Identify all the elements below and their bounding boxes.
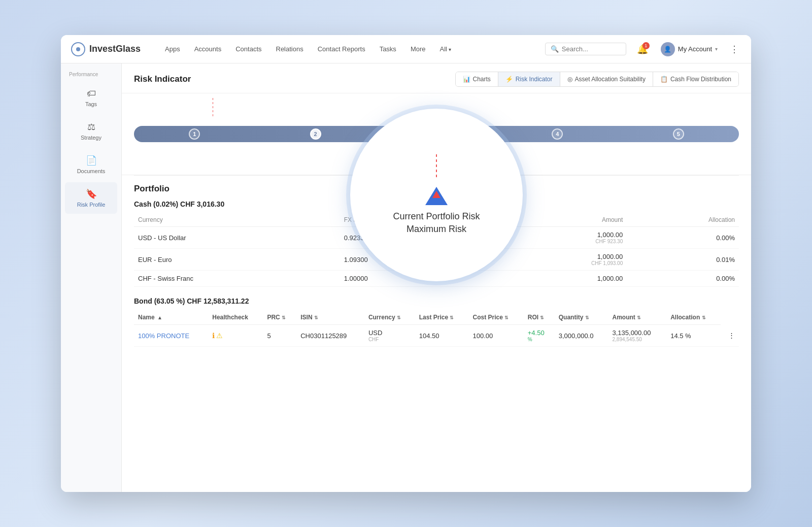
cash-currency-2: CHF - Swiss Franc [134,271,340,287]
sort-icon-quantity[interactable]: ⇅ [585,315,589,320]
bond-col-amount: Amount ⇅ [608,310,666,325]
nav-filter[interactable]: All [434,42,457,56]
risk-segment-5: 5 [618,126,739,142]
magnify-label: Current Portfolio Risk Maximum Risk [393,210,480,236]
bond-amount-0: 3,135,000.00 2,894,545.50 [608,325,666,347]
bond-col-quantity: Quantity ⇅ [555,310,608,325]
main-area: Performance 🏷 Tags ⚖ Strategy 📄 Document… [61,63,751,492]
sidebar: Performance 🏷 Tags ⚖ Strategy 📄 Document… [61,63,122,492]
tags-icon: 🏷 [87,88,96,99]
row-actions-0[interactable]: ⋮ [721,325,739,347]
bond-name-0: 100% PRONOTE [134,325,208,347]
logo[interactable]: InvestGlass [71,42,141,56]
search-input[interactable] [562,45,621,53]
cash-col-allocation: Allocation [627,213,739,227]
nav-contact-reports[interactable]: Contact Reports [312,42,371,56]
cash-allocation-1: 0.01% [627,249,739,271]
content: Risk Indicator 📊 Charts ⚡ Risk Indicator… [122,63,751,492]
nav-more[interactable]: More [404,42,432,56]
sidebar-item-documents[interactable]: 📄 Documents [65,149,117,180]
logo-icon [71,42,85,56]
bond-col-allocation: Allocation ⇅ [666,310,721,325]
bond-isin-0: CH0301125289 [296,325,364,347]
risk-segment-num-1: 1 [189,128,200,140]
sort-icon-isin[interactable]: ⇅ [314,315,318,320]
bond-quantity-0: 3,000,000.0 [555,325,608,347]
risk-profile-icon: 🔖 [86,188,97,200]
strategy-icon: ⚖ [87,121,95,133]
bond-col-prc: PRC ⇅ [263,310,296,325]
risk-segment-num-2: 2 [310,128,321,140]
bond-currency-0: USD CHF [364,325,415,347]
my-account[interactable]: 👤 My Account ▾ [657,40,722,58]
sort-icon-currency[interactable]: ⇅ [397,315,401,320]
sort-icon-cost-price[interactable]: ⇅ [504,315,509,320]
sidebar-item-tags[interactable]: 🏷 Tags [65,82,117,113]
bond-cost-price-0: 100.00 [469,325,524,347]
cash-flow-icon: 📋 [660,76,668,83]
sidebar-item-strategy[interactable]: ⚖ Strategy [65,115,117,147]
sidebar-item-risk-profile[interactable]: 🔖 Risk Profile [65,182,117,214]
cash-currency-1: EUR - Euro [134,249,340,271]
warning-circle-icon: ℹ [212,332,215,340]
tab-cash-flow[interactable]: 📋 Cash Flow Distribution [653,72,738,86]
risk-indicator-title: Risk Indicator [134,74,191,84]
bond-col-currency: Currency ⇅ [364,310,415,325]
search-box: 🔍 [545,43,626,55]
risk-segment-num-4: 4 [552,128,563,140]
tab-charts[interactable]: 📊 Charts [456,72,498,86]
nav-accounts[interactable]: Accounts [188,42,227,56]
notification-badge: 1 [642,42,650,49]
nav-apps[interactable]: Apps [159,42,186,56]
nav-tasks[interactable]: Tasks [374,42,402,56]
search-icon: 🔍 [551,45,559,53]
bond-col-roi: ROI ⇅ [524,310,555,325]
sort-icon-roi[interactable]: ⇅ [540,315,544,320]
risk-segment-1: 1 [134,126,255,142]
risk-indicator-tab-icon: ⚡ [505,76,513,83]
healthcheck-icons: ℹ ⚠ [212,332,259,340]
sidebar-item-risk-profile-label: Risk Profile [77,202,106,208]
bond-group-title: Bond (63.05 %) CHF 12,583,311.22 [134,297,739,305]
sidebar-item-strategy-label: Strategy [81,135,101,141]
risk-indicator-tabs: 📊 Charts ⚡ Risk Indicator ◎ Asset Alloca… [455,72,739,87]
bond-allocation-0: 14.5 % [666,325,721,347]
sort-icon-prc[interactable]: ⇅ [282,315,286,320]
sidebar-section-label: Performance [61,72,121,81]
tab-asset-allocation[interactable]: ◎ Asset Allocation Suitability [560,72,653,86]
bond-prc-0: 5 [263,325,296,347]
kebab-menu-icon[interactable]: ⋮ [728,44,741,55]
cash-allocation-2: 0.00% [627,271,739,287]
bond-col-isin: ISIN ⇅ [296,310,364,325]
bond-col-cost-price: Cost Price ⇅ [469,310,524,325]
nav-relations[interactable]: Relations [270,42,310,56]
nav-contacts[interactable]: Contacts [229,42,267,56]
table-row: 100% PRONOTE ℹ ⚠ 5 CH0301125289 [134,325,739,347]
nav-right: 🔔 1 👤 My Account ▾ ⋮ [634,40,741,58]
sort-icon-allocation[interactable]: ⇅ [702,315,706,320]
risk-pointer-line [213,98,214,118]
bond-col-healthcheck: Healthcheck [208,310,263,325]
bond-roi-0: +4.50 % [524,325,555,347]
documents-icon: 📄 [86,155,97,166]
sidebar-item-documents-label: Documents [77,168,106,174]
notification-button[interactable]: 🔔 1 [634,41,651,57]
tab-risk-indicator[interactable]: ⚡ Risk Indicator [498,72,560,86]
sort-icon-amount[interactable]: ⇅ [637,315,641,320]
bond-col-name: Name ▲ [134,310,208,325]
asset-allocation-icon: ◎ [567,76,572,83]
risk-indicator-header: Risk Indicator 📊 Charts ⚡ Risk Indicator… [122,63,751,93]
app-name: InvestGlass [89,44,141,54]
warning-triangle-icon: ⚠ [216,332,223,340]
sort-icon-last-price[interactable]: ⇅ [450,315,454,320]
account-name: My Account [678,45,712,53]
sort-icon-name[interactable]: ▲ [157,315,162,320]
risk-segment-num-5: 5 [673,128,684,140]
navbar: InvestGlass Apps Accounts Contacts Relat… [61,35,751,63]
bond-healthcheck-0: ℹ ⚠ [208,325,263,347]
cash-amount-1: 1,000.00 CHF 1,093.00 [498,249,627,271]
cash-amount-2: 1,000.00 [498,271,627,287]
sidebar-item-tags-label: Tags [85,101,97,107]
magnify-overlay: Current Portfolio Risk Maximum Risk [350,109,523,281]
risk-segment-4: 4 [497,126,618,142]
